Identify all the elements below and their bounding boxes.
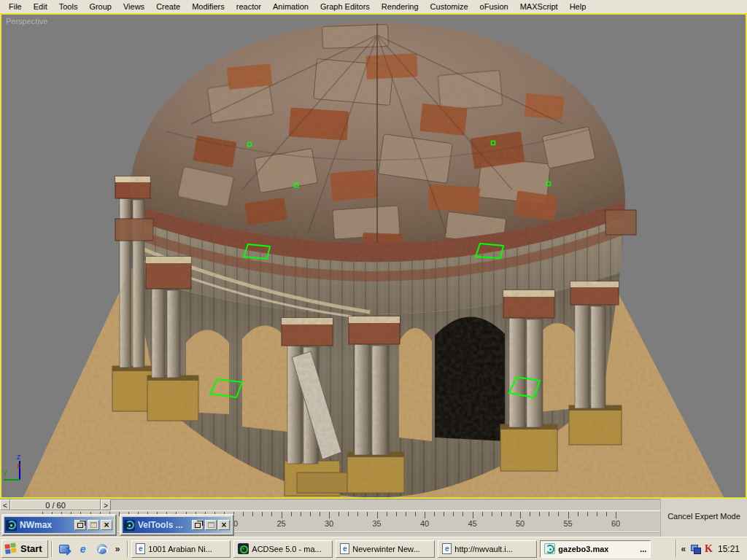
menu-item-maxscript[interactable]: MAXScript bbox=[514, 1, 564, 12]
window-maximize-button[interactable] bbox=[88, 520, 99, 530]
menu-item-edit[interactable]: Edit bbox=[28, 1, 53, 12]
menu-item-ofusion[interactable]: oFusion bbox=[474, 1, 514, 12]
doc-e-icon bbox=[442, 543, 452, 554]
menu-item-customize[interactable]: Customize bbox=[425, 1, 474, 12]
veltools-app-icon bbox=[124, 520, 135, 531]
axis-z-label: z bbox=[17, 452, 21, 461]
veltools-titlebar[interactable]: VelTools ... × bbox=[123, 517, 231, 533]
ruler-tick bbox=[282, 512, 282, 518]
viewport-canvas[interactable]: z x y bbox=[1, 15, 746, 497]
show-desktop-icon bbox=[59, 545, 69, 553]
ruler-tick bbox=[539, 512, 540, 516]
maximize-icon bbox=[208, 522, 214, 528]
menu-item-modifiers[interactable]: Modifiers bbox=[186, 1, 231, 12]
menu-item-file[interactable]: File bbox=[3, 1, 28, 12]
task-button-1001-arabian-ni[interactable]: 1001 Arabian Ni... bbox=[131, 540, 231, 558]
time-slider-track[interactable]: < 0 / 60 > bbox=[0, 499, 660, 511]
ruler-tick bbox=[377, 512, 378, 518]
desktop: FileEditToolsGroupViewsCreateModifiersre… bbox=[0, 0, 747, 560]
ruler-tick bbox=[387, 512, 387, 516]
taskbar-divider bbox=[127, 541, 128, 557]
ruler-tick bbox=[406, 512, 406, 516]
outlook-express-icon bbox=[97, 544, 107, 554]
prev-frame-button[interactable]: < bbox=[0, 499, 10, 510]
ruler-tick bbox=[310, 512, 311, 516]
max-lite-icon bbox=[544, 543, 555, 554]
ruler-frame-label: 25 bbox=[276, 519, 285, 528]
menu-item-help[interactable]: Help bbox=[564, 1, 592, 12]
window-title: NWmax bbox=[20, 520, 73, 530]
task-button-gazebo3-max[interactable]: gazebo3.max... bbox=[540, 540, 651, 558]
window-close-button[interactable]: × bbox=[101, 520, 112, 530]
ruler-tick bbox=[291, 512, 292, 516]
ruler-tick bbox=[271, 512, 272, 516]
task-label: Neverwinter New... bbox=[352, 545, 419, 553]
perspective-viewport[interactable]: Perspective bbox=[0, 13, 747, 499]
menu-item-tools[interactable]: Tools bbox=[53, 1, 84, 12]
menu-item-group[interactable]: Group bbox=[83, 1, 117, 12]
start-button[interactable]: Start bbox=[1, 540, 48, 558]
ruler-tick bbox=[549, 512, 549, 516]
internet-explorer-icon bbox=[77, 543, 88, 554]
axis-x-label: x bbox=[17, 461, 21, 470]
task-label: 1001 Arabian Ni... bbox=[148, 545, 212, 553]
window-restore-button[interactable] bbox=[192, 520, 204, 530]
nwmax-app-icon bbox=[6, 520, 17, 531]
close-icon: × bbox=[104, 521, 109, 529]
ruler-frame-label: 55 bbox=[563, 519, 572, 528]
window-maximize-button[interactable] bbox=[205, 520, 217, 530]
menu-item-rendering[interactable]: Rendering bbox=[376, 1, 425, 12]
ruler-tick bbox=[568, 512, 569, 518]
window-restore-button[interactable] bbox=[74, 520, 86, 530]
time-slider-handle[interactable]: 0 / 60 bbox=[10, 499, 101, 510]
ruler-tick bbox=[252, 512, 253, 516]
network-icon[interactable] bbox=[691, 545, 700, 553]
ruler-tick bbox=[530, 512, 530, 516]
ruler-tick bbox=[597, 512, 597, 516]
quick-launch-outlook-express-button[interactable] bbox=[95, 541, 109, 557]
ruler-frame-label: 30 bbox=[325, 519, 333, 528]
menu-item-reactor[interactable]: reactor bbox=[231, 1, 267, 12]
expert-mode-panel: Cancel Expert Mode bbox=[660, 499, 747, 537]
tray-chevron[interactable]: « bbox=[681, 544, 686, 554]
maximize-icon bbox=[90, 522, 97, 528]
viewport-label[interactable]: Perspective bbox=[6, 17, 47, 26]
tray-icons bbox=[691, 543, 713, 555]
cancel-expert-mode-button[interactable]: Cancel Expert Mode bbox=[667, 512, 740, 521]
restore-icon bbox=[195, 523, 201, 528]
kaspersky-icon[interactable] bbox=[705, 543, 713, 555]
ruler-tick bbox=[338, 512, 339, 516]
menu-item-create[interactable]: Create bbox=[150, 1, 186, 12]
task-button-http-nwvault-i[interactable]: http://nwvault.i... bbox=[438, 540, 537, 558]
taskbar: Start » 1001 Arabian Ni...ACDSee 5.0 - m… bbox=[0, 537, 747, 560]
task-button-neverwinter-new[interactable]: Neverwinter New... bbox=[336, 540, 435, 558]
ruler-tick bbox=[511, 512, 511, 516]
ruler-tick bbox=[482, 512, 483, 516]
ruler-frame-label: 45 bbox=[468, 519, 476, 528]
ruler-tick bbox=[616, 512, 616, 518]
ruler-frame-label: 60 bbox=[611, 519, 620, 528]
window-close-button[interactable]: × bbox=[218, 520, 230, 530]
ruler-tick bbox=[434, 512, 435, 516]
ruler-tick bbox=[558, 512, 559, 516]
nwmax-titlebar[interactable]: NWmax × bbox=[4, 517, 114, 533]
quick-launch-internet-explorer-button[interactable] bbox=[76, 541, 90, 557]
task-button-acdsee-5-0-ma[interactable]: ACDSee 5.0 - ma... bbox=[233, 540, 333, 558]
windows-flag-icon bbox=[4, 542, 18, 555]
system-tray: « 15:21 bbox=[676, 540, 746, 558]
ruler-tick bbox=[578, 512, 578, 516]
ruler-tick bbox=[320, 512, 320, 516]
axis-y-label: y bbox=[3, 468, 7, 477]
menu-item-views[interactable]: Views bbox=[117, 1, 150, 12]
menu-item-animation[interactable]: Animation bbox=[267, 1, 314, 12]
ruler-tick bbox=[425, 512, 425, 518]
quick-launch-overflow-chevron[interactable]: » bbox=[115, 544, 120, 554]
menu-item-graph-editors[interactable]: Graph Editors bbox=[314, 1, 376, 12]
next-frame-button[interactable]: > bbox=[101, 499, 111, 510]
ruler-tick bbox=[453, 512, 454, 516]
doc-e-icon bbox=[136, 543, 145, 554]
ruler-tick bbox=[396, 512, 397, 516]
ruler-tick bbox=[587, 512, 588, 516]
task-label-ellipsis: ... bbox=[640, 545, 646, 553]
quick-launch-show-desktop-button[interactable] bbox=[57, 541, 71, 557]
